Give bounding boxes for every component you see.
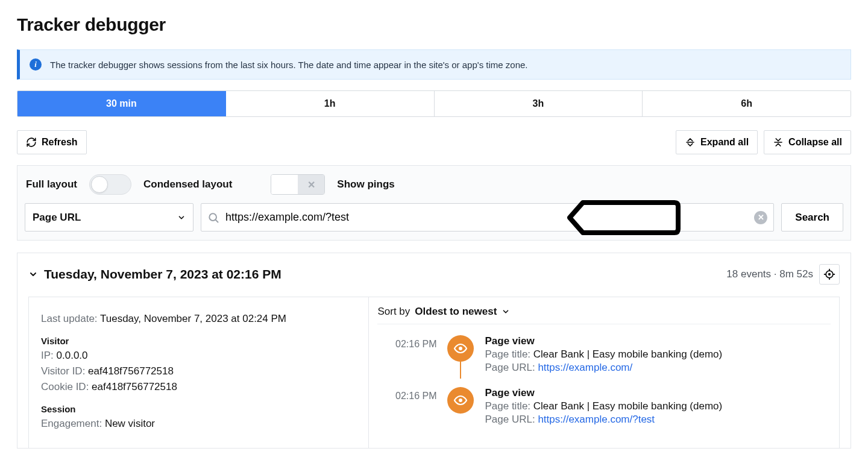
session-header: Tuesday, November 7, 2023 at 02:16 PM 18… <box>28 264 840 285</box>
session-body: Last update: Tuesday, November 7, 2023 a… <box>28 297 840 448</box>
refresh-button[interactable]: Refresh <box>17 130 87 154</box>
chevron-down-icon <box>177 213 186 222</box>
event-page-title-value: Clear Bank | Easy mobile banking (demo) <box>533 348 722 360</box>
event-page-url-label: Page URL: <box>485 362 535 373</box>
collapse-all-button[interactable]: Collapse all <box>764 130 851 154</box>
visitor-id-label: Visitor ID: <box>41 365 85 377</box>
sort-label: Sort by <box>377 306 410 318</box>
filter-panel: Full layout Condensed layout ✕ Show ping… <box>17 165 851 241</box>
svg-line-1 <box>216 219 218 222</box>
time-tab-6h[interactable]: 6h <box>643 91 851 116</box>
events-pane: Sort by Oldest to newest 02:16 PM <box>369 297 839 448</box>
search-input-wrapper: ✕ <box>201 203 774 232</box>
timeline-connector <box>460 362 461 379</box>
refresh-icon <box>26 137 37 148</box>
event-page-url-label: Page URL: <box>485 414 535 425</box>
layout-toggle[interactable] <box>89 174 131 195</box>
engagement-value: New visitor <box>105 418 155 429</box>
last-update-label: Last update: <box>41 313 98 324</box>
toggle-off-state: ✕ <box>298 175 324 194</box>
collapse-icon <box>773 137 784 148</box>
engagement-label: Engagement: <box>41 418 102 429</box>
event-title: Page view <box>485 335 831 347</box>
visitor-section-header: Visitor <box>41 336 356 346</box>
sort-value: Oldest to newest <box>415 306 497 318</box>
event-time: 02:16 PM <box>389 387 436 402</box>
event-row: 02:16 PM Page view Page title: Clear Ban… <box>377 382 831 434</box>
full-layout-label: Full layout <box>26 178 77 191</box>
session-title: Tuesday, November 7, 2023 at 02:16 PM <box>44 267 281 282</box>
event-page-title-label: Page title: <box>485 400 530 412</box>
toggle-on-state <box>271 175 298 194</box>
sort-select[interactable]: Oldest to newest <box>415 306 510 318</box>
crosshair-icon <box>823 268 835 280</box>
close-icon: ✕ <box>307 179 315 191</box>
info-banner: i The tracker debugger shows sessions fr… <box>17 49 851 80</box>
svg-point-9 <box>459 398 462 402</box>
event-title: Page view <box>485 387 831 399</box>
page-title: Tracker debugger <box>17 14 851 35</box>
show-pings-toggle[interactable]: ✕ <box>271 174 325 195</box>
toggle-knob <box>91 176 108 193</box>
last-update-value: Tuesday, November 7, 2023 at 02:24 PM <box>100 313 286 324</box>
search-input[interactable] <box>225 204 747 231</box>
session-meta: 18 events · 8m 52s <box>726 268 813 280</box>
event-page-title-value: Clear Bank | Easy mobile banking (demo) <box>533 400 722 412</box>
time-range-tabs: 30 min 1h 3h 6h <box>17 90 851 117</box>
cookie-id-label: Cookie ID: <box>41 381 89 392</box>
visitor-pane: Last update: Tuesday, November 7, 2023 a… <box>29 297 369 448</box>
event-page-url-link[interactable]: https://example.com/?test <box>538 414 655 425</box>
time-tab-1h[interactable]: 1h <box>226 91 435 116</box>
cookie-id-value: eaf418f756772518 <box>92 381 177 392</box>
event-row: 02:16 PM Page view Page title: Clear Ban… <box>377 324 831 382</box>
ip-label: IP: <box>41 350 54 361</box>
chevron-down-icon <box>502 307 510 316</box>
chevron-down-icon[interactable] <box>28 269 38 279</box>
condensed-layout-label: Condensed layout <box>143 178 232 191</box>
filter-field-value: Page URL <box>33 212 81 224</box>
expand-all-label: Expand all <box>700 137 749 148</box>
toolbar: Refresh Expand all Collapse all <box>17 130 851 154</box>
svg-point-7 <box>829 274 831 276</box>
filter-field-select[interactable]: Page URL <box>25 203 193 232</box>
time-tab-3h[interactable]: 3h <box>435 91 643 116</box>
eye-icon <box>447 387 474 414</box>
visitor-id-value: eaf418f756772518 <box>88 365 174 377</box>
svg-point-8 <box>459 347 462 350</box>
info-icon: i <box>30 58 42 71</box>
search-icon <box>207 212 219 224</box>
event-time: 02:16 PM <box>389 335 436 350</box>
collapse-all-label: Collapse all <box>788 137 842 148</box>
refresh-label: Refresh <box>42 137 78 148</box>
session-section-header: Session <box>41 404 356 414</box>
ip-value: 0.0.0.0 <box>57 350 88 361</box>
time-tab-30min[interactable]: 30 min <box>17 91 226 116</box>
eye-icon <box>447 335 474 362</box>
sort-row: Sort by Oldest to newest <box>377 306 831 324</box>
event-page-title-label: Page title: <box>485 348 530 360</box>
focus-session-button[interactable] <box>819 264 840 285</box>
event-page-url-link[interactable]: https://example.com/ <box>538 362 632 373</box>
expand-all-button[interactable]: Expand all <box>676 130 758 154</box>
search-button[interactable]: Search <box>781 203 843 232</box>
clear-search-button[interactable]: ✕ <box>754 211 767 224</box>
info-banner-text: The tracker debugger shows sessions from… <box>50 60 528 70</box>
expand-icon <box>685 137 696 148</box>
show-pings-label: Show pings <box>337 178 394 191</box>
session-card: Tuesday, November 7, 2023 at 02:16 PM 18… <box>17 253 851 449</box>
